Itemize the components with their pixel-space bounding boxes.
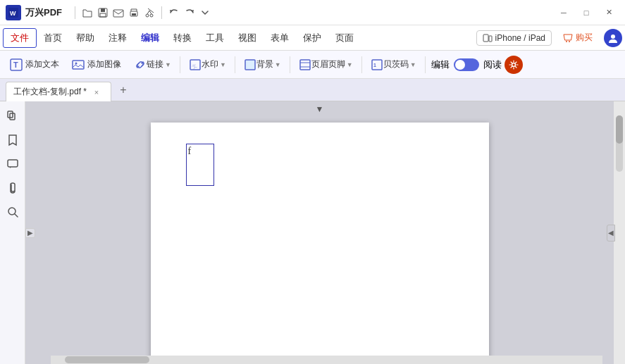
sidebar-bookmark-icon[interactable] xyxy=(4,131,22,149)
svg-line-32 xyxy=(15,214,18,217)
menu-protect[interactable]: 保护 xyxy=(296,29,328,47)
header-footer-arrow: ▼ xyxy=(347,61,353,68)
toggle-knob xyxy=(455,60,465,70)
svg-rect-7 xyxy=(132,13,136,15)
menu-page[interactable]: 页面 xyxy=(328,29,361,47)
close-button[interactable]: ✕ xyxy=(598,4,619,22)
add-image-label: 添加图像 xyxy=(87,58,121,70)
minimize-button[interactable]: ─ xyxy=(553,4,574,22)
svg-text:W: W xyxy=(10,10,16,17)
edit-read-toggle[interactable] xyxy=(454,58,479,71)
email-button[interactable] xyxy=(111,5,126,20)
menu-form[interactable]: 表单 xyxy=(264,29,296,47)
add-text-icon: T xyxy=(10,58,23,71)
menu-convert[interactable]: 转换 xyxy=(166,29,199,47)
maximize-button[interactable]: □ xyxy=(576,4,597,22)
scrollbar-thumb[interactable] xyxy=(616,115,623,144)
logo-icon: W xyxy=(6,5,21,20)
svg-text:文: 文 xyxy=(191,63,198,70)
print-button[interactable] xyxy=(126,5,142,20)
watermark-arrow: ▼ xyxy=(220,61,226,68)
title-divider xyxy=(75,6,75,19)
sidebar-comment-icon[interactable] xyxy=(4,155,22,173)
title-divider2 xyxy=(161,6,162,19)
save-button[interactable] xyxy=(95,5,111,20)
svg-rect-11 xyxy=(489,36,492,42)
background-arrow: ▼ xyxy=(275,61,281,68)
svg-point-8 xyxy=(146,14,149,17)
sidebar-expand-button[interactable]: ▶ xyxy=(25,228,35,238)
menu-tools[interactable]: 工具 xyxy=(199,29,231,47)
barcode-icon: 1 xyxy=(371,58,383,71)
iphone-ipad-label: iPhone / iPad xyxy=(495,33,545,43)
background-icon xyxy=(244,58,256,71)
svg-rect-17 xyxy=(73,61,84,69)
add-text-label: 添加文本 xyxy=(25,58,59,70)
tool-divider5 xyxy=(425,56,426,73)
background-tool[interactable]: 背景 ▼ xyxy=(238,56,287,74)
svg-point-12 xyxy=(566,41,567,42)
menu-help[interactable]: 帮助 xyxy=(69,29,101,47)
tool-divider1 xyxy=(180,56,180,73)
svg-rect-5 xyxy=(113,10,123,17)
iphone-ipad-button[interactable]: iPhone / iPad xyxy=(476,30,552,46)
edit-label: 编辑 xyxy=(431,58,450,71)
vertical-scrollbar[interactable]: ◀ xyxy=(614,101,625,364)
menu-edit[interactable]: 编辑 xyxy=(134,29,166,47)
logo-area: W 万兴PDF xyxy=(6,5,62,20)
settings-button[interactable] xyxy=(505,56,523,74)
tabbar: 工作文档-复制.pdf * × + xyxy=(0,79,625,101)
svg-rect-21 xyxy=(245,60,255,70)
tool-divider2 xyxy=(235,56,235,73)
toolbar: T 添加文本 添加图像 链接 ▼ 文 水印 ▼ 背景 ▼ 页眉页脚 xyxy=(0,51,625,79)
watermark-label: 水印 xyxy=(202,58,218,70)
menu-annotate[interactable]: 注释 xyxy=(101,29,134,47)
menu-file[interactable]: 文件 xyxy=(3,28,37,48)
undo-button[interactable] xyxy=(166,5,182,20)
menu-view[interactable]: 视图 xyxy=(231,29,264,47)
more-button[interactable] xyxy=(197,5,213,20)
header-footer-tool[interactable]: 页眉页脚 ▼ xyxy=(293,56,359,74)
add-image-icon xyxy=(72,58,85,71)
top-dropdown-arrow[interactable]: ▼ xyxy=(316,104,324,114)
add-text-tool[interactable]: T 添加文本 xyxy=(4,56,65,74)
right-panel-collapse[interactable]: ◀ xyxy=(607,225,615,241)
horizontal-scrollbar[interactable] xyxy=(51,356,602,364)
svg-rect-22 xyxy=(300,60,310,70)
horizontal-scrollbar-thumb[interactable] xyxy=(65,356,149,363)
menu-home[interactable]: 首页 xyxy=(37,29,69,47)
link-icon xyxy=(134,58,147,71)
scrollbar-track xyxy=(616,115,623,172)
text-cursor-char: f xyxy=(188,146,192,157)
tab-active[interactable]: 工作文档-复制.pdf * × xyxy=(6,82,111,101)
tab-label: 工作文档-复制.pdf * xyxy=(13,86,87,98)
barcode-tool[interactable]: 1 贝茨码 ▼ xyxy=(365,56,422,74)
sidebar-search-icon[interactable] xyxy=(4,203,22,221)
user-avatar[interactable] xyxy=(604,29,622,47)
sidebar-attachment-icon[interactable] xyxy=(4,179,22,197)
tool-divider4 xyxy=(361,56,362,73)
barcode-label: 贝茨码 xyxy=(383,58,409,70)
menubar: 文件 首页 帮助 注释 编辑 转换 工具 视图 表单 保护 页面 iPhone … xyxy=(0,25,625,51)
link-tool[interactable]: 链接 ▼ xyxy=(128,56,177,74)
link-arrow: ▼ xyxy=(165,61,171,68)
watermark-tool[interactable]: 文 水印 ▼ xyxy=(183,56,232,74)
add-image-tool[interactable]: 添加图像 xyxy=(66,56,127,74)
open-button[interactable] xyxy=(80,5,95,20)
svg-text:T: T xyxy=(13,61,18,69)
header-footer-icon xyxy=(299,58,311,71)
text-cursor-box: f xyxy=(186,144,214,186)
cut-button[interactable] xyxy=(142,5,157,20)
window-controls: ─ □ ✕ xyxy=(553,4,619,22)
sidebar-pages-icon[interactable] xyxy=(4,107,22,125)
tab-add-button[interactable]: + xyxy=(114,81,132,99)
redo-button[interactable] xyxy=(182,5,197,20)
shop-button[interactable]: 购买 xyxy=(557,30,598,46)
edit-read-toggle-group: 编辑 阅读 xyxy=(431,58,502,71)
main-area: ▶ ▼ f ◀ xyxy=(0,101,625,364)
pdf-page: f xyxy=(151,123,489,362)
svg-point-14 xyxy=(611,34,615,39)
svg-rect-4 xyxy=(100,13,106,17)
barcode-arrow: ▼ xyxy=(410,61,416,68)
tab-close-button[interactable]: × xyxy=(91,87,102,98)
